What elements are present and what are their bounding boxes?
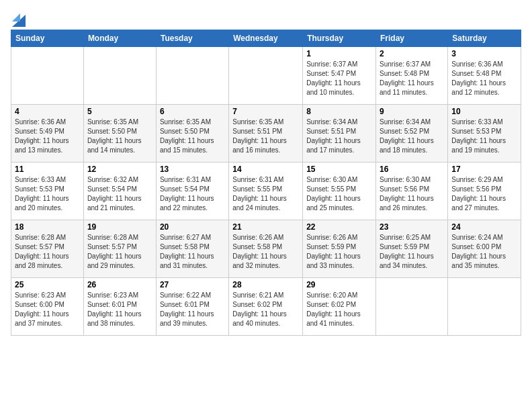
day-info: Sunrise: 6:36 AMSunset: 5:49 PMDaylight:…	[15, 118, 80, 155]
calendar-cell: 14Sunrise: 6:31 AMSunset: 5:55 PMDayligh…	[229, 163, 303, 220]
day-number: 21	[232, 222, 299, 232]
calendar-week-4: 18Sunrise: 6:28 AMSunset: 5:57 PMDayligh…	[11, 220, 521, 278]
calendar-cell: 23Sunrise: 6:25 AMSunset: 5:59 PMDayligh…	[376, 220, 448, 278]
day-info: Sunrise: 6:30 AMSunset: 5:56 PMDaylight:…	[380, 175, 444, 213]
day-number: 23	[380, 222, 444, 232]
calendar-cell: 8Sunrise: 6:34 AMSunset: 5:51 PMDaylight…	[303, 105, 376, 163]
calendar-cell: 17Sunrise: 6:29 AMSunset: 5:56 PMDayligh…	[448, 163, 521, 220]
weekday-header-friday: Friday	[376, 30, 448, 47]
day-number: 25	[15, 280, 80, 289]
weekday-header-monday: Monday	[83, 30, 156, 47]
day-info: Sunrise: 6:34 AMSunset: 5:51 PMDaylight:…	[306, 118, 372, 155]
day-number: 10	[451, 107, 517, 116]
day-info: Sunrise: 6:28 AMSunset: 5:57 PMDaylight:…	[15, 233, 80, 271]
day-info: Sunrise: 6:29 AMSunset: 5:56 PMDaylight:…	[451, 175, 517, 213]
calendar-cell: 13Sunrise: 6:31 AMSunset: 5:54 PMDayligh…	[156, 163, 228, 220]
calendar-cell: 2Sunrise: 6:37 AMSunset: 5:48 PMDaylight…	[376, 47, 448, 105]
day-number: 1	[306, 49, 372, 58]
day-info: Sunrise: 6:31 AMSunset: 5:55 PMDaylight:…	[232, 175, 299, 213]
day-number: 20	[160, 222, 225, 232]
calendar-table: SundayMondayTuesdayWednesdayThursdayFrid…	[11, 30, 521, 336]
day-number: 7	[232, 107, 299, 116]
day-number: 13	[160, 165, 225, 174]
calendar-cell: 25Sunrise: 6:23 AMSunset: 6:00 PMDayligh…	[11, 278, 84, 336]
day-info: Sunrise: 6:33 AMSunset: 5:53 PMDaylight:…	[15, 175, 80, 213]
day-number: 18	[15, 222, 80, 232]
calendar-cell: 7Sunrise: 6:35 AMSunset: 5:51 PMDaylight…	[229, 105, 303, 163]
calendar-cell: 24Sunrise: 6:24 AMSunset: 6:00 PMDayligh…	[448, 220, 521, 278]
calendar-cell: 28Sunrise: 6:21 AMSunset: 6:02 PMDayligh…	[229, 278, 303, 336]
svg-marker-1	[12, 13, 20, 21]
day-info: Sunrise: 6:35 AMSunset: 5:51 PMDaylight:…	[232, 118, 299, 155]
weekday-header-sunday: Sunday	[11, 30, 84, 47]
calendar-cell: 9Sunrise: 6:34 AMSunset: 5:52 PMDaylight…	[376, 105, 448, 163]
logo-icon	[12, 8, 26, 27]
day-info: Sunrise: 6:21 AMSunset: 6:02 PMDaylight:…	[232, 291, 299, 328]
day-number: 27	[160, 280, 225, 289]
day-info: Sunrise: 6:31 AMSunset: 5:54 PMDaylight:…	[160, 175, 225, 213]
calendar-cell: 3Sunrise: 6:36 AMSunset: 5:48 PMDaylight…	[448, 47, 521, 105]
calendar-cell	[156, 47, 228, 105]
day-info: Sunrise: 6:25 AMSunset: 5:59 PMDaylight:…	[380, 233, 444, 271]
day-number: 12	[87, 165, 152, 174]
day-info: Sunrise: 6:20 AMSunset: 6:02 PMDaylight:…	[306, 291, 372, 328]
calendar-cell: 4Sunrise: 6:36 AMSunset: 5:49 PMDaylight…	[11, 105, 84, 163]
calendar-cell	[229, 47, 303, 105]
calendar-week-2: 4Sunrise: 6:36 AMSunset: 5:49 PMDaylight…	[11, 105, 521, 163]
calendar-week-3: 11Sunrise: 6:33 AMSunset: 5:53 PMDayligh…	[11, 163, 521, 220]
day-info: Sunrise: 6:26 AMSunset: 5:58 PMDaylight:…	[232, 233, 299, 271]
calendar-cell: 26Sunrise: 6:23 AMSunset: 6:01 PMDayligh…	[83, 278, 156, 336]
calendar-cell: 19Sunrise: 6:28 AMSunset: 5:57 PMDayligh…	[83, 220, 156, 278]
calendar-cell: 11Sunrise: 6:33 AMSunset: 5:53 PMDayligh…	[11, 163, 84, 220]
day-number: 4	[15, 107, 80, 116]
day-number: 5	[87, 107, 152, 116]
day-info: Sunrise: 6:28 AMSunset: 5:57 PMDaylight:…	[87, 233, 152, 271]
calendar-cell: 21Sunrise: 6:26 AMSunset: 5:58 PMDayligh…	[229, 220, 303, 278]
calendar-cell: 15Sunrise: 6:30 AMSunset: 5:55 PMDayligh…	[303, 163, 376, 220]
weekday-header-saturday: Saturday	[448, 30, 521, 47]
day-number: 17	[451, 165, 517, 174]
day-number: 11	[15, 165, 80, 174]
calendar-cell: 12Sunrise: 6:32 AMSunset: 5:54 PMDayligh…	[83, 163, 156, 220]
calendar-cell: 22Sunrise: 6:26 AMSunset: 5:59 PMDayligh…	[303, 220, 376, 278]
day-info: Sunrise: 6:30 AMSunset: 5:55 PMDaylight:…	[306, 175, 372, 213]
day-info: Sunrise: 6:22 AMSunset: 6:01 PMDaylight:…	[160, 291, 225, 328]
calendar-cell: 5Sunrise: 6:35 AMSunset: 5:50 PMDaylight…	[83, 105, 156, 163]
day-number: 15	[306, 165, 372, 174]
calendar-cell: 1Sunrise: 6:37 AMSunset: 5:47 PMDaylight…	[303, 47, 376, 105]
day-info: Sunrise: 6:26 AMSunset: 5:59 PMDaylight:…	[306, 233, 372, 271]
day-info: Sunrise: 6:27 AMSunset: 5:58 PMDaylight:…	[160, 233, 225, 271]
day-info: Sunrise: 6:32 AMSunset: 5:54 PMDaylight:…	[87, 175, 152, 213]
calendar-cell: 6Sunrise: 6:35 AMSunset: 5:50 PMDaylight…	[156, 105, 228, 163]
weekday-header-tuesday: Tuesday	[156, 30, 228, 47]
day-info: Sunrise: 6:23 AMSunset: 6:01 PMDaylight:…	[87, 291, 152, 328]
day-number: 14	[232, 165, 299, 174]
calendar-week-5: 25Sunrise: 6:23 AMSunset: 6:00 PMDayligh…	[11, 278, 521, 336]
day-info: Sunrise: 6:34 AMSunset: 5:52 PMDaylight:…	[380, 118, 444, 155]
calendar-cell	[448, 278, 521, 336]
day-number: 16	[380, 165, 444, 174]
logo	[11, 11, 26, 27]
header-area	[11, 8, 521, 27]
weekday-header-row: SundayMondayTuesdayWednesdayThursdayFrid…	[11, 30, 521, 47]
calendar-cell	[83, 47, 156, 105]
calendar-cell: 18Sunrise: 6:28 AMSunset: 5:57 PMDayligh…	[11, 220, 84, 278]
day-info: Sunrise: 6:23 AMSunset: 6:00 PMDaylight:…	[15, 291, 80, 328]
day-number: 28	[232, 280, 299, 289]
day-info: Sunrise: 6:36 AMSunset: 5:48 PMDaylight:…	[451, 60, 517, 97]
calendar-cell: 29Sunrise: 6:20 AMSunset: 6:02 PMDayligh…	[303, 278, 376, 336]
calendar-cell	[376, 278, 448, 336]
day-number: 6	[160, 107, 225, 116]
day-info: Sunrise: 6:35 AMSunset: 5:50 PMDaylight:…	[87, 118, 152, 155]
calendar-cell: 16Sunrise: 6:30 AMSunset: 5:56 PMDayligh…	[376, 163, 448, 220]
weekday-header-wednesday: Wednesday	[229, 30, 303, 47]
day-info: Sunrise: 6:37 AMSunset: 5:48 PMDaylight:…	[380, 60, 444, 97]
day-number: 3	[451, 49, 517, 58]
weekday-header-thursday: Thursday	[303, 30, 376, 47]
day-number: 22	[306, 222, 372, 232]
calendar-cell	[11, 47, 84, 105]
calendar-week-1: 1Sunrise: 6:37 AMSunset: 5:47 PMDaylight…	[11, 47, 521, 105]
day-info: Sunrise: 6:37 AMSunset: 5:47 PMDaylight:…	[306, 60, 372, 97]
day-number: 29	[306, 280, 372, 289]
day-info: Sunrise: 6:24 AMSunset: 6:00 PMDaylight:…	[451, 233, 517, 271]
